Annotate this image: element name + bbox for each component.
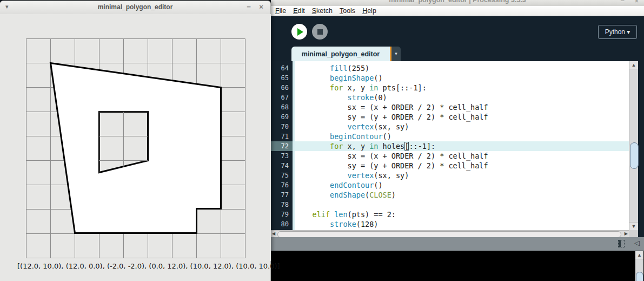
collapse-console-icon[interactable]: ◁ bbox=[634, 239, 640, 247]
code-line-69[interactable]: sy = (y + ORDER / 2) * cell_half bbox=[295, 112, 629, 122]
line-number: 69 bbox=[271, 112, 293, 122]
tab-dropdown-button[interactable]: ▼ bbox=[391, 47, 401, 61]
code-line-78[interactable] bbox=[295, 200, 629, 210]
console-scroll-up-icon[interactable]: ▲ bbox=[635, 251, 643, 259]
tab-row: minimal_polygon_editor ▼ bbox=[291, 47, 401, 61]
mode-selector-button[interactable]: Python ▾ bbox=[598, 25, 637, 39]
line-number: 65 bbox=[271, 73, 293, 83]
code-line-67[interactable]: stroke(0) bbox=[295, 93, 629, 102]
scroll-left-icon[interactable]: ◀ bbox=[272, 231, 275, 237]
console-output bbox=[271, 251, 644, 281]
polygon-canvas[interactable] bbox=[0, 14, 271, 261]
code-line-73[interactable]: sx = (x + ORDER / 2) * cell_half bbox=[295, 151, 629, 161]
menu-edit[interactable]: Edit bbox=[292, 7, 306, 15]
line-number: 67 bbox=[271, 93, 293, 102]
console-scrollbar[interactable]: ▲ bbox=[635, 251, 643, 281]
run-button[interactable] bbox=[291, 24, 307, 40]
code-line-70[interactable]: vertex(sx, sy) bbox=[295, 122, 629, 132]
stop-icon bbox=[317, 29, 323, 35]
menu-sketch[interactable]: Sketch bbox=[311, 7, 334, 15]
code-editor[interactable]: 6465666768697071727374757677787980 fill(… bbox=[271, 61, 638, 230]
code-line-64[interactable]: fill(255) bbox=[295, 63, 629, 73]
line-number: 68 bbox=[271, 102, 293, 112]
polygon-editor-titlebar[interactable]: ▾ minimal_polygon_editor − × bbox=[0, 1, 270, 15]
screen: minimal_polygon_editor | Processing 3.5.… bbox=[0, 0, 644, 281]
tab-minimal-polygon-editor[interactable]: minimal_polygon_editor bbox=[291, 47, 390, 61]
processing-ide-window: minimal_polygon_editor | Processing 3.5.… bbox=[271, 0, 644, 281]
code-line-80[interactable]: stroke(128) bbox=[295, 219, 629, 229]
code-area[interactable]: fill(255) beginShape() for x, y in pts[:… bbox=[295, 61, 629, 230]
line-number: 80 bbox=[271, 219, 293, 229]
console-scrollbar-thumb[interactable] bbox=[636, 272, 643, 281]
scroll-up-icon[interactable]: ▲ bbox=[629, 61, 638, 69]
play-icon bbox=[297, 28, 303, 36]
scrollbar-corner bbox=[629, 230, 638, 237]
line-number: 66 bbox=[271, 83, 293, 93]
clipboard-icon[interactable] bbox=[618, 240, 625, 247]
line-number: 78 bbox=[271, 200, 293, 210]
editor-scrollbar-thumb[interactable] bbox=[630, 142, 639, 169]
line-number: 76 bbox=[271, 180, 293, 190]
code-line-71[interactable]: beginContour() bbox=[295, 132, 629, 141]
line-number-gutter: 6465666768697071727374757677787980 bbox=[271, 61, 293, 230]
ide-header: Python ▾ minimal_polygon_editor ▼ bbox=[271, 17, 644, 61]
code-line-66[interactable]: for x, y in pts[::-1]: bbox=[295, 83, 629, 93]
code-line-75[interactable]: vertex(sx, sy) bbox=[295, 171, 629, 180]
menubar: FileEditSketchToolsHelp bbox=[271, 6, 644, 16]
chevron-down-icon: ▼ bbox=[394, 51, 399, 56]
code-line-79[interactable]: elif len(pts) == 2: bbox=[295, 210, 629, 219]
close-icon[interactable]: × bbox=[257, 3, 265, 11]
code-line-65[interactable]: beginShape() bbox=[295, 73, 629, 83]
line-number: 70 bbox=[271, 122, 293, 132]
menu-file[interactable]: File bbox=[274, 7, 287, 15]
line-number: 75 bbox=[271, 171, 293, 180]
editor-horizontal-scrollbar[interactable]: ◀ ▶ bbox=[271, 230, 629, 237]
code-line-74[interactable]: sy = (y + ORDER / 2) * cell_half bbox=[295, 161, 629, 171]
scroll-right-icon[interactable]: ▶ bbox=[625, 231, 628, 237]
stop-button[interactable] bbox=[312, 24, 328, 40]
code-line-77[interactable]: endShape(CLOSE) bbox=[295, 190, 629, 200]
ide-titlebar[interactable]: minimal_polygon_editor | Processing 3.5.… bbox=[271, 0, 644, 6]
minimize-icon[interactable]: − bbox=[244, 3, 253, 11]
code-line-76[interactable]: endContour() bbox=[295, 180, 629, 190]
ide-window-title: minimal_polygon_editor | Processing 3.5.… bbox=[271, 0, 644, 4]
editor-vertical-scrollbar[interactable]: ▲ ▼ bbox=[629, 61, 638, 230]
message-bar: ◁ bbox=[271, 237, 644, 251]
line-number: 79 bbox=[271, 210, 293, 219]
line-number: 74 bbox=[271, 161, 293, 171]
line-number: 64 bbox=[271, 63, 293, 73]
scroll-down-icon[interactable]: ▼ bbox=[629, 222, 638, 230]
points-status-text: [(12.0, 10.0), (12.0, 0.0), (-2.0, -2.0)… bbox=[0, 262, 271, 270]
code-line-72[interactable]: for x, y in holes[::-1]: bbox=[295, 141, 629, 151]
line-number: 73 bbox=[271, 151, 293, 161]
ide-minimize-icon[interactable]: − bbox=[620, 0, 625, 5]
code-line-68[interactable]: sx = (x + ORDER / 2) * cell_half bbox=[295, 102, 629, 112]
polygon-editor-window: ▾ minimal_polygon_editor − × [(12.0, 10.… bbox=[0, 1, 271, 281]
polygon-editor-title: minimal_polygon_editor bbox=[0, 3, 270, 11]
line-number: 77 bbox=[271, 190, 293, 200]
line-number: 72 bbox=[271, 141, 293, 151]
ide-close-icon[interactable]: × bbox=[634, 0, 639, 5]
menu-help[interactable]: Help bbox=[361, 7, 377, 15]
menu-tools[interactable]: Tools bbox=[338, 7, 356, 15]
line-number: 71 bbox=[271, 132, 293, 141]
